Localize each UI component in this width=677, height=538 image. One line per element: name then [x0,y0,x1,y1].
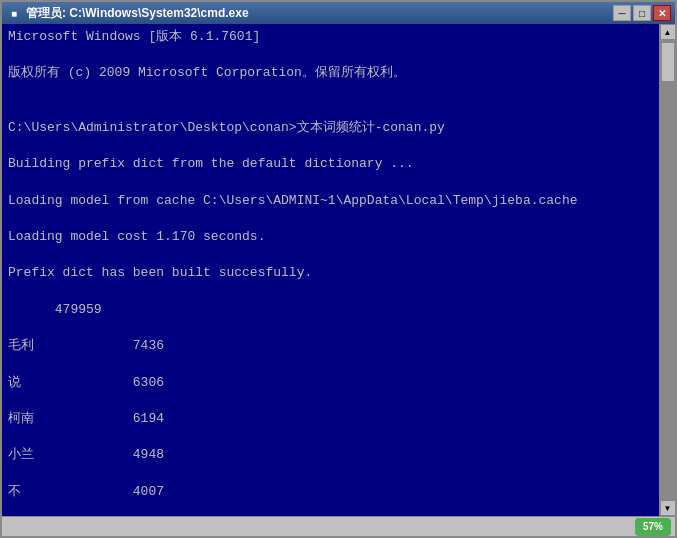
cmd-icon: ■ [6,5,22,21]
console-line: C:\Users\Administrator\Desktop\conan>文本词… [8,119,653,137]
battery-badge: 57% [635,518,671,536]
console-line: 版权所有 (c) 2009 Microsoft Corporation。保留所有… [8,64,653,82]
console-line: Loading model cost 1.170 seconds. [8,228,653,246]
title-bar: ■ 管理员: C:\Windows\System32\cmd.exe ─ □ ✕ [2,2,675,24]
console-line: Prefix dict has been built succesfully. [8,264,653,282]
console-line: Loading model from cache C:\Users\ADMINI… [8,192,653,210]
scroll-thumb[interactable] [661,42,675,82]
close-button[interactable]: ✕ [653,5,671,21]
word-count-line: 柯南 6194 [8,410,653,428]
scroll-up-arrow[interactable]: ▲ [660,24,676,40]
scroll-down-arrow[interactable]: ▼ [660,500,676,516]
minimize-button[interactable]: ─ [613,5,631,21]
word-count-line: 毛利 7436 [8,337,653,355]
title-bar-left: ■ 管理员: C:\Windows\System32\cmd.exe [6,5,249,22]
word-count-line: 小兰 4948 [8,446,653,464]
window-controls: ─ □ ✕ [613,5,671,21]
console-line: Microsoft Windows [版本 6.1.7601] [8,28,653,46]
status-bar: 57% [2,516,675,536]
window-title: 管理员: C:\Windows\System32\cmd.exe [26,5,249,22]
word-count-line: 说 6306 [8,374,653,392]
console-output[interactable]: Microsoft Windows [版本 6.1.7601] 版权所有 (c)… [2,24,659,516]
scrollbar[interactable]: ▲ ▼ [659,24,675,516]
maximize-button[interactable]: □ [633,5,651,21]
scroll-track [660,40,675,500]
window: ■ 管理员: C:\Windows\System32\cmd.exe ─ □ ✕… [0,0,677,538]
word-count-line: 不 4007 [8,483,653,501]
console-area: Microsoft Windows [版本 6.1.7601] 版权所有 (c)… [2,24,675,516]
console-line: Building prefix dict from the default di… [8,155,653,173]
console-line: 479959 [8,301,653,319]
